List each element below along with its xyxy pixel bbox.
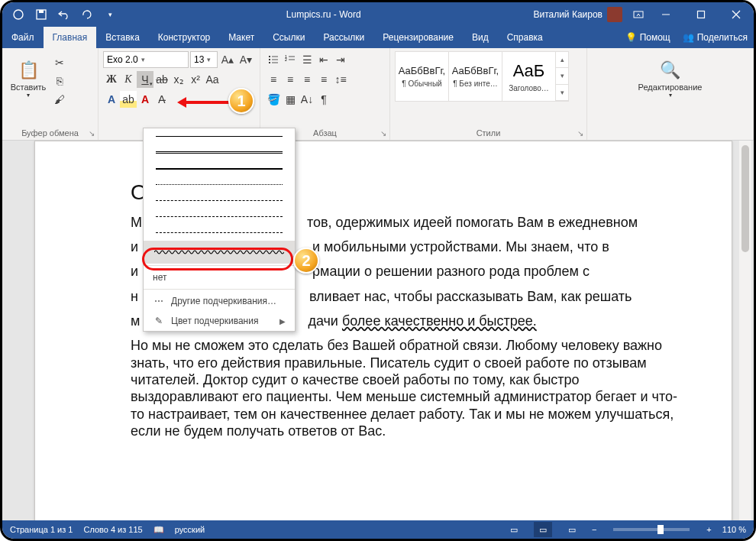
superscript-button[interactable]: x² — [187, 71, 204, 88]
save-icon[interactable] — [31, 5, 51, 24]
font-color-button[interactable]: A — [137, 91, 153, 108]
svg-point-8 — [269, 56, 270, 57]
underline-more[interactable]: ⋯Другие подчеркивания… — [144, 291, 295, 311]
minimize-button[interactable] — [648, 2, 683, 27]
bullets-button[interactable] — [265, 51, 282, 68]
status-spellcheck-icon[interactable]: 📖 — [153, 525, 164, 535]
tab-file[interactable]: Файл — [2, 27, 44, 48]
underline-button[interactable]: Ч▾ — [137, 71, 153, 88]
undo-icon[interactable] — [54, 5, 74, 24]
zoom-slider-thumb[interactable] — [657, 525, 664, 534]
underline-style-thick[interactable] — [144, 160, 295, 177]
tab-references[interactable]: Ссылки — [263, 27, 314, 48]
zoom-in-button[interactable]: + — [706, 525, 711, 534]
text-effects-button[interactable]: A — [103, 91, 120, 108]
pen-icon: ✎ — [153, 316, 165, 326]
italic-button[interactable]: К — [120, 71, 137, 88]
bold-button[interactable]: Ж — [103, 71, 120, 88]
paste-button[interactable]: 📋 Вставить ▾ — [7, 51, 50, 105]
underline-style-dashed[interactable] — [144, 193, 295, 209]
decrease-indent-button[interactable]: ⇤ — [315, 51, 332, 68]
underline-style-dotted[interactable] — [144, 177, 295, 193]
view-print-layout-icon[interactable]: ▭ — [534, 522, 552, 537]
tab-design[interactable]: Конструктор — [149, 27, 219, 48]
clear-formatting-button[interactable]: A̶ — [153, 91, 170, 108]
vertical-scrollbar[interactable] — [739, 141, 751, 520]
sort-button[interactable]: A↓ — [299, 91, 315, 108]
group-styles: АаБбВвГг,¶ Обычный АаБбВвГг,¶ Без инте… … — [390, 48, 587, 140]
shrink-font-icon[interactable]: A▾ — [237, 51, 254, 68]
borders-button[interactable]: ▦ — [282, 91, 299, 108]
svg-point-0 — [14, 10, 23, 19]
underline-style-double[interactable] — [144, 144, 295, 160]
user-account[interactable]: Виталий Каиров — [527, 7, 628, 22]
group-paragraph: 12 ☰ ⇤ ⇥ ≡ ≡ ≡ ≡ ↕≡ 🪣 ▦ A↓ ¶ Абзац↘ — [260, 48, 390, 140]
tab-layout[interactable]: Макет — [219, 27, 263, 48]
launcher-icon[interactable]: ↘ — [89, 129, 95, 138]
tab-home[interactable]: Главная — [44, 27, 97, 48]
underline-style-dot-dot-dash[interactable] — [144, 225, 295, 241]
annotation-arrow-1 — [172, 97, 230, 108]
close-button[interactable] — [719, 2, 754, 27]
view-web-layout-icon[interactable]: ▭ — [563, 522, 581, 537]
tab-view[interactable]: Вид — [463, 27, 498, 48]
zoom-slider[interactable] — [613, 528, 690, 531]
align-right-button[interactable]: ≡ — [299, 71, 315, 88]
scrollbar-thumb[interactable] — [741, 145, 749, 252]
font-name-combo[interactable]: Exo 2.0▾ — [103, 51, 189, 68]
tell-me-search[interactable]: 💡 Помощ — [619, 27, 677, 48]
underline-color[interactable]: ✎Цвет подчеркивания▶ — [144, 311, 295, 331]
ribbon-display-options-icon[interactable] — [628, 5, 648, 24]
tab-insert[interactable]: Вставка — [96, 27, 149, 48]
view-read-mode-icon[interactable]: ▭ — [505, 522, 523, 537]
tab-review[interactable]: Рецензирование — [373, 27, 463, 48]
editing-button[interactable]: 🔍 Редактирование ▾ — [649, 51, 692, 105]
callout-2: 2 — [293, 248, 319, 274]
styles-more[interactable]: ▴▾▾ — [556, 52, 568, 101]
tab-help[interactable]: Справка — [498, 27, 552, 48]
underline-style-dot-dash[interactable] — [144, 209, 295, 225]
maximize-button[interactable] — [683, 2, 719, 27]
redo-icon[interactable] — [77, 5, 97, 24]
tab-mailings[interactable]: Рассылки — [314, 27, 373, 48]
align-center-button[interactable]: ≡ — [282, 71, 299, 88]
qat-customize-icon[interactable]: ▾ — [100, 5, 120, 24]
zoom-out-button[interactable]: − — [592, 525, 596, 534]
show-marks-button[interactable]: ¶ — [315, 91, 332, 108]
launcher-icon[interactable]: ↘ — [577, 129, 583, 138]
styles-gallery[interactable]: АаБбВвГг,¶ Обычный АаБбВвГг,¶ Без инте… … — [395, 51, 569, 102]
autosave-toggle[interactable] — [8, 5, 28, 24]
style-normal[interactable]: АаБбВвГг,¶ Обычный — [396, 52, 449, 101]
underline-style-single[interactable] — [144, 128, 295, 144]
underline-style-wavy[interactable] — [144, 241, 295, 264]
format-painter-icon[interactable]: 🖌 — [51, 91, 68, 108]
multilevel-list-button[interactable]: ☰ — [299, 51, 315, 68]
avatar — [607, 7, 622, 22]
copy-icon[interactable]: ⎘ — [51, 73, 68, 89]
document-page[interactable]: О Мтов, одержимых идеей помогать Вам в е… — [34, 141, 732, 520]
style-no-spacing[interactable]: АаБбВвГг,¶ Без инте… — [449, 52, 502, 101]
line-spacing-button[interactable]: ↕≡ — [332, 71, 349, 88]
highlight-button[interactable]: ab — [120, 91, 137, 108]
shading-button[interactable]: 🪣 — [265, 91, 282, 108]
strikethrough-button[interactable]: ab — [153, 71, 170, 88]
increase-indent-button[interactable]: ⇥ — [332, 51, 349, 68]
launcher-icon[interactable]: ↘ — [380, 129, 386, 138]
status-language[interactable]: русский — [175, 525, 205, 534]
wavy-underlined-text: более качественно и быстрее. — [342, 313, 537, 329]
subscript-button[interactable]: x₂ — [170, 71, 187, 88]
share-button[interactable]: 👥 Поделиться — [677, 27, 754, 48]
grow-font-icon[interactable]: A▴ — [219, 51, 236, 68]
align-left-button[interactable]: ≡ — [265, 71, 282, 88]
status-page[interactable]: Страница 1 из 1 — [10, 525, 73, 534]
ribbon-tabs: Файл Главная Вставка Конструктор Макет С… — [2, 27, 754, 48]
justify-button[interactable]: ≡ — [315, 71, 332, 88]
change-case-button[interactable]: Aa — [204, 71, 221, 88]
style-heading1[interactable]: АаБЗаголово… — [502, 52, 556, 101]
status-word-count[interactable]: Слово 4 из 115 — [83, 525, 142, 534]
numbering-button[interactable]: 12 — [282, 51, 299, 68]
font-size-combo[interactable]: 13▾ — [190, 51, 218, 68]
zoom-level[interactable]: 110 % — [722, 525, 746, 534]
cut-icon[interactable]: ✂ — [51, 54, 68, 71]
underline-none[interactable]: нет — [144, 267, 295, 287]
